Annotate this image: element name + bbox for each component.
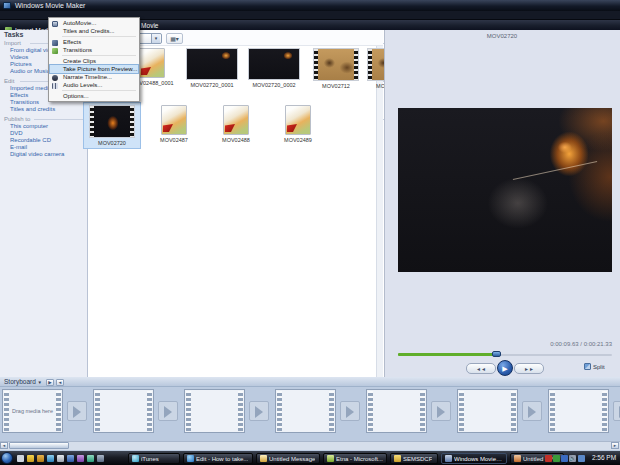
task-transitions[interactable]: Transitions bbox=[10, 99, 39, 105]
storyboard-frame[interactable]: Drag media here bbox=[2, 389, 63, 433]
title-bar[interactable]: Windows Movie Maker bbox=[0, 0, 620, 11]
quick-launch-app-icon[interactable] bbox=[77, 455, 84, 462]
storyboard-play-button[interactable]: ▶ bbox=[46, 379, 54, 386]
app-icon bbox=[3, 2, 11, 9]
quick-launch-ie-icon[interactable] bbox=[47, 455, 54, 462]
scroll-right-icon[interactable]: ► bbox=[611, 442, 619, 449]
drag-media-hint: Drag media here bbox=[11, 408, 54, 414]
quick-launch-mail-icon[interactable] bbox=[37, 455, 44, 462]
section-import[interactable]: Import bbox=[4, 40, 21, 46]
media-item[interactable]: MOV02720_0002 bbox=[246, 48, 302, 88]
tray-update-icon[interactable] bbox=[561, 455, 568, 462]
media-thumbnail bbox=[285, 105, 311, 135]
taskbar-clock[interactable]: 2:56 PM bbox=[588, 451, 620, 465]
task-audio-music[interactable]: Audio or Music bbox=[10, 68, 50, 74]
storyboard-frame[interactable] bbox=[548, 389, 609, 433]
automovie-icon bbox=[52, 21, 58, 27]
taskbar-button-etna[interactable]: Etna - Microsoft... bbox=[323, 453, 387, 464]
file-type-badge-icon bbox=[225, 124, 235, 132]
play-icon: ▶ bbox=[502, 365, 507, 372]
play-button[interactable]: ▶ bbox=[497, 360, 513, 376]
effects-icon bbox=[52, 40, 58, 46]
storyboard-frame[interactable] bbox=[184, 389, 245, 433]
menu-item-effects[interactable]: Effects bbox=[50, 38, 138, 46]
scroll-left-icon[interactable]: ◄ bbox=[0, 442, 8, 449]
storyboard-view-dropdown[interactable]: Storyboard ▼ bbox=[4, 378, 42, 385]
file-type-badge-icon bbox=[163, 124, 173, 132]
seek-bar-thumb[interactable] bbox=[492, 351, 501, 357]
storyboard-frame[interactable] bbox=[366, 389, 427, 433]
storyboard-frame[interactable] bbox=[457, 389, 518, 433]
media-item-selected[interactable]: MOV02720 bbox=[84, 103, 140, 148]
storyboard-transition-cell[interactable] bbox=[158, 401, 178, 421]
start-button[interactable] bbox=[1, 452, 13, 464]
media-item[interactable]: MOV02487 bbox=[146, 105, 202, 143]
previous-frame-button[interactable]: ◄◄ bbox=[466, 363, 496, 374]
split-button[interactable]: Split bbox=[584, 363, 605, 370]
menu-item-audio-levels[interactable]: Audio Levels... bbox=[50, 81, 138, 89]
media-thumbnail bbox=[89, 105, 135, 138]
menu-item-automovie[interactable]: AutoMovie... bbox=[50, 19, 138, 27]
storyboard-rewind-button[interactable]: ◄ bbox=[56, 379, 64, 386]
storyboard-transition-cell[interactable] bbox=[340, 401, 360, 421]
task-this-computer[interactable]: This computer bbox=[10, 123, 48, 129]
menu-item-narrate-timeline[interactable]: Narrate Timeline... bbox=[50, 73, 138, 81]
tray-antivirus-icon[interactable] bbox=[553, 455, 560, 462]
media-item[interactable]: MOV02720_0001 bbox=[184, 48, 240, 88]
task-videos[interactable]: Videos bbox=[10, 54, 28, 60]
task-pictures[interactable]: Pictures bbox=[10, 61, 32, 67]
next-frame-icon: ►► bbox=[524, 366, 534, 372]
taskbar-button-movie-maker[interactable]: Windows Movie M... bbox=[441, 453, 507, 464]
quick-launch-app-icon[interactable] bbox=[87, 455, 94, 462]
storyboard-scrollbar-thumb[interactable] bbox=[9, 442, 69, 449]
menu-item-options[interactable]: Options... bbox=[50, 92, 138, 100]
storyboard-transition-cell[interactable] bbox=[522, 401, 542, 421]
storyboard-transition-cell[interactable] bbox=[431, 401, 451, 421]
ie-icon bbox=[187, 455, 194, 462]
storyboard-transition-cell[interactable] bbox=[613, 401, 620, 421]
media-item[interactable]: MOV02488 bbox=[208, 105, 264, 143]
storyboard-scrollbar[interactable] bbox=[0, 441, 620, 450]
task-titles-credits[interactable]: Titles and credits bbox=[10, 106, 55, 112]
quick-launch-folder-icon[interactable] bbox=[27, 455, 34, 462]
quick-launch-app-icon[interactable] bbox=[97, 455, 104, 462]
taskbar-button-semsdcf[interactable]: SEMSDCF bbox=[390, 453, 438, 464]
network-icon[interactable] bbox=[578, 455, 585, 462]
menu-item-create-clips[interactable]: Create Clips bbox=[50, 57, 138, 65]
menu-item-take-picture[interactable]: Take Picture from Preview... bbox=[50, 65, 138, 73]
quick-launch-app-icon[interactable] bbox=[57, 455, 64, 462]
taskbar-button-message[interactable]: Untitled Message bbox=[256, 453, 320, 464]
quick-launch-show-desktop-icon[interactable] bbox=[17, 455, 24, 462]
storyboard-transition-cell[interactable] bbox=[67, 401, 87, 421]
section-edit[interactable]: Edit bbox=[4, 78, 14, 84]
task-dv-camera[interactable]: Digital video camera bbox=[10, 151, 64, 157]
task-effects[interactable]: Effects bbox=[10, 92, 28, 98]
storyboard-frame[interactable] bbox=[275, 389, 336, 433]
section-publish-to[interactable]: Publish to bbox=[4, 116, 30, 122]
menu-separator bbox=[62, 90, 136, 91]
task-dvd[interactable]: DVD bbox=[10, 130, 23, 136]
views-dropdown-button[interactable]: ▦▾ bbox=[166, 33, 183, 44]
quick-launch-wmp-icon[interactable] bbox=[67, 455, 74, 462]
media-item[interactable]: MOV02489 bbox=[270, 105, 326, 143]
storyboard-transition-cell[interactable] bbox=[249, 401, 269, 421]
menu-item-titles-credits[interactable]: Titles and Credits... bbox=[50, 27, 138, 35]
media-item[interactable]: MOV02712 bbox=[308, 48, 364, 89]
menu-item-transitions[interactable]: Transitions bbox=[50, 46, 138, 54]
volume-icon[interactable]: 🔊 bbox=[569, 455, 576, 462]
taskbar-button-itunes[interactable]: iTunes bbox=[128, 453, 180, 464]
tray-security-icon[interactable] bbox=[545, 455, 552, 462]
next-frame-button[interactable]: ►► bbox=[514, 363, 544, 374]
menu-separator bbox=[62, 36, 136, 37]
taskbar-button-browser[interactable]: Edit - How to take... bbox=[183, 453, 253, 464]
media-item-label: MOV02488 bbox=[208, 137, 264, 143]
media-pane-scrollbar[interactable] bbox=[376, 46, 383, 377]
split-icon bbox=[584, 363, 591, 370]
preview-video-frame[interactable] bbox=[398, 108, 612, 272]
task-email[interactable]: E-mail bbox=[10, 144, 27, 150]
storyboard-frame[interactable] bbox=[93, 389, 154, 433]
task-recordable-cd[interactable]: Recordable CD bbox=[10, 137, 51, 143]
chevron-down-icon: ▼ bbox=[38, 380, 42, 385]
task-imported-media[interactable]: Imported media bbox=[10, 85, 52, 91]
media-item-label: MOV02720_0001 bbox=[184, 82, 240, 88]
